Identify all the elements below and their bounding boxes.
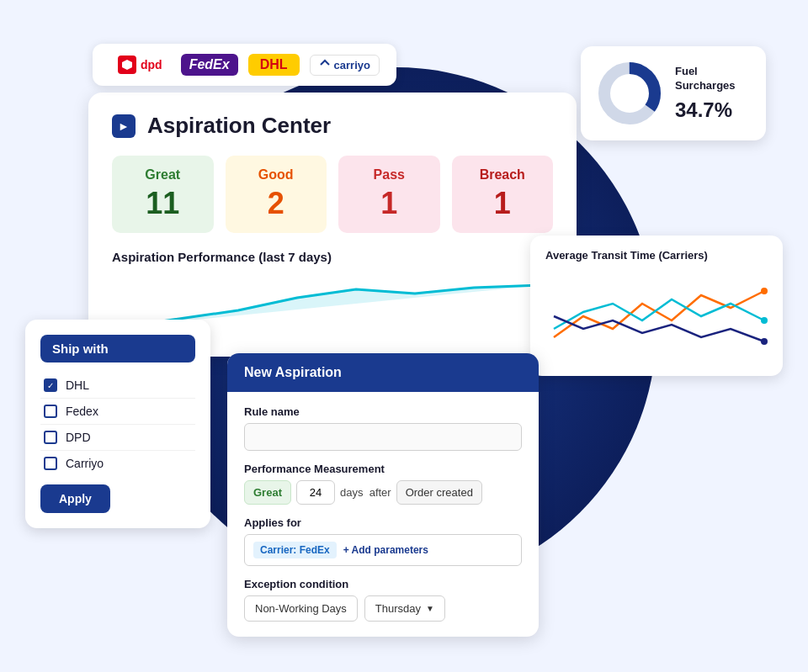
fedex-checkbox[interactable] xyxy=(44,405,57,418)
status-boxes: Great 11 Good 2 Pass 1 Breach 1 xyxy=(112,156,553,233)
carriers-bar: dpd FedEx DHL carriyo xyxy=(93,44,396,86)
ship-with-card: Ship with ✓ DHL Fedex DPD Carriyo Apply xyxy=(25,320,210,528)
carriyo-logo: carriyo xyxy=(310,55,380,76)
status-number-pass: 1 xyxy=(347,186,432,221)
donut-chart xyxy=(596,60,663,127)
dpd-checkbox[interactable] xyxy=(44,431,57,444)
dhl-label: DHL xyxy=(66,378,89,392)
fuel-surcharges-card: FuelSurcharges 34.7% xyxy=(581,46,766,140)
non-working-days-tag: Non-Working Days xyxy=(244,595,358,622)
carriyo-checkbox[interactable] xyxy=(44,457,57,470)
rule-name-input[interactable] xyxy=(244,423,522,451)
status-box-breach[interactable]: Breach 1 xyxy=(452,156,554,233)
order-created-tag[interactable]: Order created xyxy=(396,480,482,505)
status-label-pass: Pass xyxy=(347,167,432,183)
carrier-tag: Carrier: FedEx xyxy=(253,542,337,558)
carriyo-label: Carriyo xyxy=(66,457,104,470)
status-number-great: 11 xyxy=(120,186,205,221)
dhl-checkbox[interactable]: ✓ xyxy=(44,378,57,392)
main-card: ► Aspiration Center Great 11 Good 2 Pass… xyxy=(88,93,577,357)
status-label-good: Good xyxy=(234,167,319,183)
ship-option-carriyo[interactable]: Carriyo xyxy=(40,451,195,476)
main-card-title: Aspiration Center xyxy=(147,113,331,139)
transit-title: Average Transit Time (Carriers) xyxy=(545,249,768,262)
nav-arrow-icon[interactable]: ► xyxy=(112,114,136,138)
check-icon: ✓ xyxy=(47,381,54,390)
aspiration-header: New Aspiration xyxy=(227,353,539,392)
perf-days-input[interactable] xyxy=(296,480,335,505)
main-card-header: ► Aspiration Center xyxy=(112,113,553,139)
status-box-good[interactable]: Good 2 xyxy=(226,156,327,233)
aspiration-body: Rule name Performance Measurement Great … xyxy=(227,405,539,622)
applies-for-label: Applies for xyxy=(244,516,522,529)
performance-title: Aspiration Performance (last 7 days) xyxy=(112,250,553,264)
svg-marker-0 xyxy=(122,60,132,70)
ship-with-header: Ship with xyxy=(40,335,195,362)
ship-option-fedex[interactable]: Fedex xyxy=(40,399,195,425)
fuel-label: FuelSurcharges xyxy=(675,65,736,93)
fedex-label: Fedex xyxy=(66,405,98,418)
transit-time-card: Average Transit Time (Carriers) xyxy=(530,235,783,376)
status-label-breach: Breach xyxy=(460,167,545,183)
exception-row: Non-Working Days Thursday ▼ xyxy=(244,595,522,622)
new-aspiration-card: New Aspiration Rule name Performance Mea… xyxy=(227,353,539,637)
status-label-great: Great xyxy=(120,167,205,183)
chevron-down-icon: ▼ xyxy=(426,604,434,613)
perf-row: Great days after Order created xyxy=(244,480,522,505)
transit-chart xyxy=(545,270,768,362)
status-box-pass[interactable]: Pass 1 xyxy=(338,156,440,233)
perf-great-tag[interactable]: Great xyxy=(244,480,291,505)
perf-days-after-text: days after xyxy=(340,486,391,499)
svg-point-3 xyxy=(761,288,768,294)
status-number-breach: 1 xyxy=(460,186,545,221)
status-number-good: 2 xyxy=(234,186,319,221)
ship-option-dpd[interactable]: DPD xyxy=(40,425,195,451)
dpd-label: DPD xyxy=(66,431,91,444)
dhl-logo: DHL xyxy=(248,54,300,76)
dpd-logo: dpd xyxy=(109,52,171,77)
svg-point-4 xyxy=(761,317,768,324)
status-box-great[interactable]: Great 11 xyxy=(112,156,214,233)
day-select[interactable]: Thursday ▼ xyxy=(364,595,445,622)
fuel-info: FuelSurcharges 34.7% xyxy=(675,65,736,122)
fedex-logo: FedEx xyxy=(181,54,238,76)
apply-button[interactable]: Apply xyxy=(40,484,110,513)
exception-label: Exception condition xyxy=(244,578,522,590)
svg-point-5 xyxy=(761,338,768,345)
applies-for-row: Carrier: FedEx + Add parameters xyxy=(244,534,522,566)
rule-name-label: Rule name xyxy=(244,405,522,418)
fuel-percent: 34.7% xyxy=(675,98,736,122)
ship-option-dhl[interactable]: ✓ DHL xyxy=(40,373,195,399)
perf-measurement-label: Performance Measurement xyxy=(244,463,522,475)
add-parameters-link[interactable]: + Add parameters xyxy=(343,544,428,556)
